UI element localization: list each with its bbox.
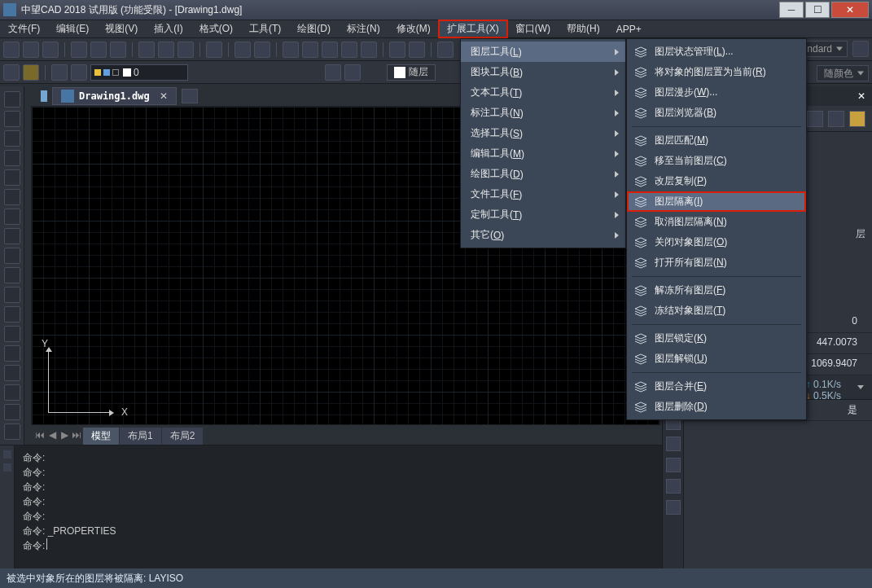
polygon-icon[interactable]: [4, 150, 20, 166]
menu-1[interactable]: 编辑(E): [48, 20, 97, 37]
minimize-button[interactable]: ─: [779, 2, 804, 18]
gradient-icon[interactable]: [4, 384, 20, 401]
block-icon[interactable]: [4, 326, 20, 342]
preview-icon[interactable]: [90, 42, 107, 58]
layer-menu-item-17[interactable]: 图层解锁(U): [627, 349, 806, 369]
pan-icon[interactable]: [283, 42, 299, 58]
cut-icon[interactable]: [138, 42, 155, 58]
layer-menu-item-0[interactable]: 图层状态管理(L)...: [627, 42, 806, 62]
panel-icon-17[interactable]: [666, 479, 681, 494]
color-combo[interactable]: 随颜色: [817, 65, 869, 81]
layer-menu-item-3[interactable]: 图层浏览器(B): [627, 103, 806, 123]
layout-prev-icon[interactable]: ◀: [46, 429, 58, 442]
doc-flag-icon[interactable]: [41, 90, 47, 102]
prop-refresh-icon[interactable]: [807, 111, 823, 127]
layout-next-icon[interactable]: ▶: [59, 429, 70, 442]
style-dd-icon[interactable]: [852, 41, 869, 57]
expand-menu-item-7[interactable]: 文件工具(F): [461, 184, 625, 204]
menu-7[interactable]: 标注(N): [339, 20, 388, 37]
expand-menu-item-9[interactable]: 其它(O): [461, 225, 625, 245]
line-icon[interactable]: [4, 91, 20, 108]
layer-menu-item-9[interactable]: 取消图层隔离(N): [627, 212, 806, 232]
prop-filter-icon[interactable]: [828, 111, 844, 127]
layer-combo[interactable]: 0: [90, 64, 188, 81]
layer-menu-item-13[interactable]: 解冻所有图层(F): [627, 280, 806, 301]
spline-icon[interactable]: [4, 208, 20, 225]
expand-menu-item-8[interactable]: 定制工具(T): [461, 204, 625, 225]
arc-icon[interactable]: [4, 189, 20, 205]
doc-tab[interactable]: Drawing1.dwg ✕: [52, 87, 177, 105]
match-icon[interactable]: [206, 42, 222, 58]
undo-icon[interactable]: [234, 42, 251, 58]
properties-icon[interactable]: [389, 42, 405, 58]
layout-first-icon[interactable]: ⏮: [34, 429, 46, 442]
panel-icon-16[interactable]: [666, 458, 681, 472]
region-icon[interactable]: [4, 404, 20, 420]
rect-icon[interactable]: [4, 169, 20, 186]
layer-menu-item-7[interactable]: 改层复制(P): [627, 171, 806, 191]
menu-0[interactable]: 文件(F): [0, 20, 48, 37]
layer-prev-icon[interactable]: [71, 64, 87, 81]
layer-props-icon[interactable]: [3, 64, 20, 81]
layer-menu-item-2[interactable]: 图层漫步(W)...: [627, 82, 806, 103]
menu-2[interactable]: 视图(V): [97, 20, 146, 37]
layout-tab-2[interactable]: 布局2: [162, 428, 204, 445]
expand-menu-item-4[interactable]: 选择工具(S): [461, 123, 625, 143]
menu-10[interactable]: 窗口(W): [507, 20, 559, 37]
save-icon[interactable]: [42, 42, 59, 58]
expand-menu-item-1[interactable]: 图块工具(B): [461, 62, 625, 82]
zoom-ext-icon[interactable]: [361, 42, 377, 58]
new-icon[interactable]: [3, 42, 20, 58]
paste-icon[interactable]: [177, 42, 194, 58]
print-icon[interactable]: [71, 42, 87, 58]
revcloud-icon[interactable]: [4, 248, 20, 264]
cmd-close-icon[interactable]: [3, 463, 11, 472]
design-center-icon[interactable]: [409, 42, 425, 58]
panel-icon-18[interactable]: [666, 500, 681, 515]
layer-menu-item-10[interactable]: 关闭对象图层(O): [627, 232, 806, 252]
layer-menu-item-14[interactable]: 冻结对象图层(T): [627, 301, 806, 321]
ellipse-icon[interactable]: [4, 228, 20, 244]
layer-menu-item-1[interactable]: 将对象的图层置为当前(R): [627, 62, 806, 82]
layout-tab-0[interactable]: 模型: [83, 428, 119, 445]
spline2-icon[interactable]: [4, 267, 20, 283]
command-handle[interactable]: [0, 445, 15, 568]
panel-close-icon[interactable]: ✕: [857, 90, 865, 102]
menu-9[interactable]: 扩展工具(X): [439, 20, 507, 37]
menu-4[interactable]: 格式(O): [191, 20, 241, 37]
layer-states-icon[interactable]: [23, 64, 39, 81]
panel-icon-15[interactable]: [666, 437, 681, 451]
close-button[interactable]: ✕: [831, 2, 869, 18]
prop-pick-icon[interactable]: [849, 111, 865, 127]
publish-icon[interactable]: [110, 42, 126, 58]
layer-menu-item-6[interactable]: 移至当前图层(C): [627, 151, 806, 171]
block-make-icon[interactable]: [325, 64, 341, 81]
point-icon[interactable]: [4, 345, 20, 362]
table-icon[interactable]: [4, 423, 20, 440]
block-insert-icon[interactable]: [344, 64, 361, 81]
ellipse-arc-icon[interactable]: [4, 287, 20, 303]
copy-icon[interactable]: [158, 42, 174, 58]
circle-icon[interactable]: [4, 130, 20, 147]
layer-menu-item-11[interactable]: 打开所有图层(N): [627, 252, 806, 273]
maximize-button[interactable]: ☐: [805, 2, 830, 18]
new-doc-button[interactable]: [182, 89, 198, 103]
layout-last-icon[interactable]: ⏭: [71, 429, 82, 442]
close-doc-icon[interactable]: ✕: [160, 90, 168, 102]
zoom-icon[interactable]: [302, 42, 318, 58]
color-bylayer[interactable]: 随层: [387, 64, 436, 81]
pline-icon[interactable]: [4, 111, 20, 127]
menu-3[interactable]: 插入(I): [146, 20, 191, 37]
redo-icon[interactable]: [254, 42, 270, 58]
cmd-menu-icon[interactable]: [3, 450, 11, 459]
expand-menu-item-2[interactable]: 文本工具(T): [461, 82, 625, 103]
layer-menu-item-20[interactable]: 图层删除(D): [627, 397, 806, 417]
menu-5[interactable]: 工具(T): [241, 20, 289, 37]
expand-menu-item-6[interactable]: 绘图工具(D): [461, 164, 625, 184]
help-icon[interactable]: [437, 42, 454, 58]
hatch-icon[interactable]: [4, 365, 20, 381]
expand-menu-item-0[interactable]: 图层工具(L): [461, 42, 625, 62]
layer-menu-item-16[interactable]: 图层锁定(K): [627, 328, 806, 349]
donut-icon[interactable]: [4, 306, 20, 323]
style-combo[interactable]: ndard: [800, 41, 848, 57]
